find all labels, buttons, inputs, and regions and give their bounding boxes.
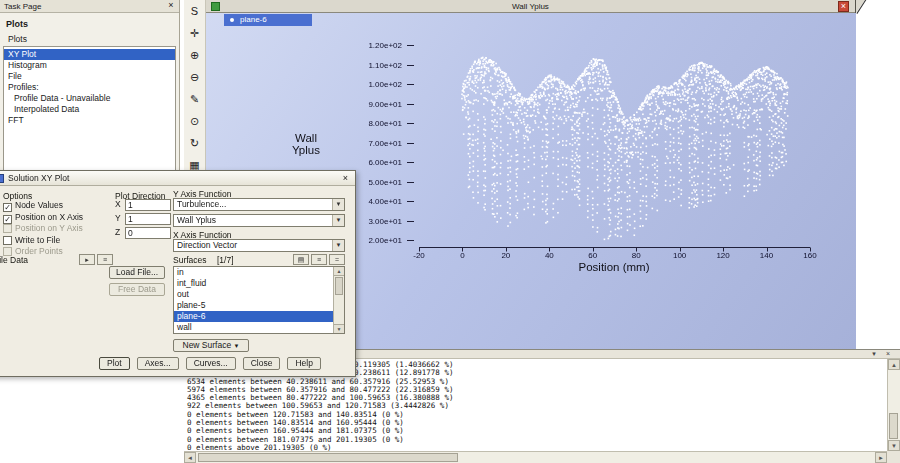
load-file-label: Load File... — [116, 267, 158, 277]
scroll-up-icon[interactable]: ▲ — [888, 359, 900, 370]
surface-item-wall[interactable]: wall — [174, 322, 333, 333]
file-data-label: File Data — [0, 255, 28, 265]
close-icon[interactable]: × — [838, 1, 849, 12]
scroll-thumb[interactable] — [198, 453, 458, 462]
plot-direction-row-y: Y1 — [115, 213, 171, 225]
close-button[interactable]: Close — [243, 357, 281, 370]
chevron-down-icon: ▼ — [332, 240, 344, 251]
new-surface-button[interactable]: New Surface ▼ — [173, 339, 249, 352]
task-item-profile-data-unavailable[interactable]: Profile Data - Unavailable — [4, 93, 175, 104]
vertical-scrollbar[interactable]: ▲ ▼ — [887, 359, 900, 451]
x-tick-label: 40 — [534, 251, 564, 260]
scroll-thumb[interactable] — [335, 277, 343, 295]
plot-button[interactable]: Plot — [99, 357, 130, 370]
scroll-thumb[interactable] — [889, 413, 898, 439]
list-icon[interactable]: ≡ — [311, 254, 327, 265]
surfaces-label: Surfaces — [173, 255, 207, 265]
y-tick-label: 1.10e+02 — [334, 61, 402, 70]
surface-item-plane-5[interactable]: plane-5 — [174, 300, 333, 311]
y-tick-label: 8.00e+01 — [334, 119, 402, 128]
horizontal-scrollbar[interactable]: ◄ ► — [184, 451, 887, 463]
checkbox-label: Node Values — [15, 200, 63, 210]
curves-button[interactable]: Curves... — [186, 357, 236, 370]
scroll-right-icon[interactable]: ► — [875, 452, 887, 463]
surface-item-in[interactable]: in — [174, 267, 333, 278]
y-axis-category-dropdown[interactable]: Turbulence... ▼ — [173, 198, 345, 211]
chevron-down-icon: ▼ — [234, 343, 240, 349]
x-tick-label: 140 — [752, 251, 782, 260]
direction-y-input[interactable]: 1 — [125, 213, 171, 225]
dialog-buttons: PlotAxes...Curves...CloseHelp — [99, 357, 321, 370]
zoom-in-icon[interactable]: ⊕ — [186, 47, 204, 65]
dialog-titlebar[interactable]: Solution XY Plot × — [0, 171, 355, 186]
magnify-icon[interactable]: ⊙ — [186, 113, 204, 131]
free-data-label: Free Data — [118, 284, 156, 294]
match-icon[interactable]: = — [329, 254, 345, 265]
checkbox-label: Position on X Axis — [15, 212, 83, 222]
dialog-icon — [0, 174, 4, 183]
close-icon[interactable]: × — [166, 1, 176, 11]
load-file-button[interactable]: Load File... — [109, 266, 165, 279]
graphics-tab-bar[interactable]: Wall Yplus × — [206, 0, 855, 13]
x-tick-label: 0 — [447, 251, 477, 260]
task-page-title: Task Page — [4, 2, 41, 11]
task-item-profiles[interactable]: Profiles: — [4, 82, 175, 93]
fluent-application: Task Page × Plots Plots XY PlotHistogram… — [0, 0, 900, 463]
y-axis-quantity-dropdown[interactable]: Wall Yplus ▼ — [173, 214, 345, 227]
chevron-down-icon: ▼ — [332, 215, 344, 226]
dropdown-value: Direction Vector — [177, 240, 237, 250]
graphics-tab-title: Wall Yplus — [206, 2, 855, 11]
task-item-fft[interactable]: FFT — [4, 115, 175, 126]
scrollbar-corner — [887, 451, 900, 463]
x-tick-label: 80 — [621, 251, 651, 260]
surface-item-plane-6[interactable]: plane-6 — [174, 311, 333, 322]
task-item-file[interactable]: File — [4, 71, 175, 82]
scroll-down-icon[interactable]: ▼ — [888, 440, 900, 451]
surface-item-int-fluid[interactable]: int_fluid — [174, 278, 333, 289]
fit-view-icon[interactable]: S — [186, 3, 204, 21]
rotate-view-icon[interactable]: ↻ — [186, 135, 204, 153]
checkbox-box-icon — [3, 224, 12, 233]
direction-x-input[interactable]: 1 — [125, 199, 171, 211]
x-tick-label: 100 — [665, 251, 695, 260]
y-tick-label: 9.00e+01 — [334, 100, 402, 109]
plot-direction-row-z: Z0 — [115, 227, 171, 239]
surface-item-out[interactable]: out — [174, 289, 333, 300]
field-label: Z — [115, 227, 125, 237]
surfaces-scrollbar[interactable]: ▲ ▼ — [333, 267, 344, 333]
y-tick-label: 1.20e+02 — [334, 41, 402, 50]
y-tick-label: 7.00e+01 — [334, 139, 402, 148]
x-tick-label: 160 — [795, 251, 825, 260]
console-close-icon[interactable]: × — [882, 350, 894, 359]
menu-icon[interactable]: ≡ — [97, 254, 113, 265]
scroll-left-icon[interactable]: ◄ — [184, 452, 196, 463]
task-item-xy-plot[interactable]: XY Plot — [4, 49, 175, 60]
select-all-icon[interactable]: ▤ — [293, 254, 309, 265]
checkbox-position-on-x-axis[interactable]: ✓Position on X Axis — [3, 212, 83, 222]
scroll-down-icon[interactable]: ▼ — [334, 324, 344, 333]
y-tick-label: 1.00e+02 — [334, 80, 402, 89]
zoom-out-icon[interactable]: ⊖ — [186, 69, 204, 87]
console-collapse-icon[interactable]: ▾ — [868, 350, 880, 359]
checkbox-node-values[interactable]: ✓Node Values — [3, 200, 63, 210]
expand-icon[interactable]: ▸ — [79, 254, 95, 265]
plots-list: XY PlotHistogramFileProfiles:Profile Dat… — [3, 46, 176, 172]
x-axis-function-dropdown[interactable]: Direction Vector ▼ — [173, 239, 345, 252]
series-marker-icon — [230, 18, 234, 22]
close-icon[interactable]: × — [340, 173, 351, 184]
plot-direction-row-x: X1 — [115, 199, 171, 211]
axes-button[interactable]: Axes... — [137, 357, 179, 370]
scroll-up-icon[interactable]: ▲ — [334, 267, 344, 276]
checkbox-write-to-file[interactable]: Write to File — [3, 235, 60, 245]
plots-subheading: Plots — [0, 30, 179, 47]
task-page-panel: Task Page × Plots Plots XY PlotHistogram… — [0, 0, 180, 172]
pan-icon[interactable]: ✛ — [186, 25, 204, 43]
task-item-histogram[interactable]: Histogram — [4, 60, 175, 71]
legend-item: plane-6 — [224, 14, 312, 26]
x-tick-label: 120 — [708, 251, 738, 260]
probe-icon[interactable]: ✎ — [186, 91, 204, 109]
dropdown-value: Wall Yplus — [177, 215, 216, 225]
direction-z-input[interactable]: 0 — [125, 227, 171, 239]
task-item-interpolated-data[interactable]: Interpolated Data — [4, 104, 175, 115]
help-button[interactable]: Help — [287, 357, 320, 370]
